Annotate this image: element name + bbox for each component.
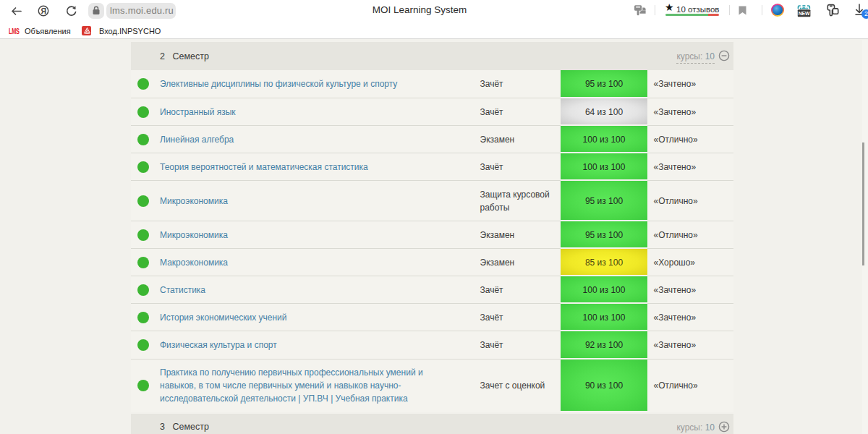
svg-text:Я: Я bbox=[41, 7, 46, 15]
svg-text:NEW: NEW bbox=[799, 11, 810, 16]
